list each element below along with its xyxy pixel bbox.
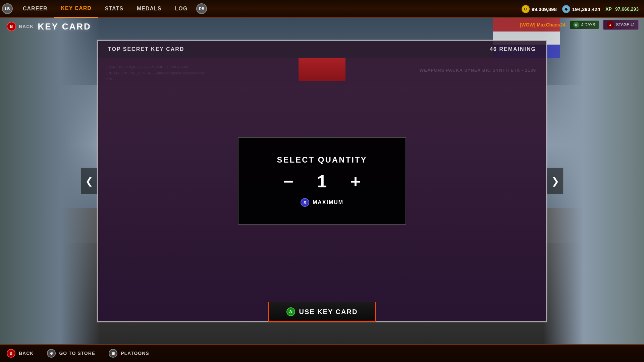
modal-title: SELECT QUANTITY — [277, 155, 367, 165]
go-to-store-label: GO TO STORE — [59, 351, 95, 356]
back-label: BACK — [19, 24, 34, 29]
card-peek — [299, 58, 345, 81]
nav-item-keycard[interactable]: KEY CARD — [54, 0, 98, 18]
xp-value: 97,660,293 — [615, 6, 639, 12]
coin-value: 99,009,898 — [532, 6, 557, 12]
user-info-bar: [WGW] MaxChaos24 ⚙ 4 DAYS ▲ STAGE 41 — [520, 18, 644, 32]
minus-button[interactable]: − — [278, 171, 299, 191]
use-keycard-label: USE KEY CARD — [299, 308, 358, 316]
days-label: 4 DAYS — [581, 22, 595, 27]
platoons-label: PLATOONS — [121, 351, 149, 356]
currency-display: ⊙ 99,009,898 ◈ 194,393,424 XP 97,660,293 — [522, 0, 644, 18]
nav-items: CAREER KEY CARD STATS MEDALS LOG — [16, 0, 194, 18]
prev-card-arrow[interactable]: ❮ — [80, 168, 97, 194]
nav-item-career[interactable]: CAREER — [16, 0, 54, 18]
next-card-arrow[interactable]: ❯ — [547, 168, 564, 194]
go-to-store-button[interactable]: ⊙ GO TO STORE — [47, 349, 95, 358]
bottom-store-icon: ⊙ — [47, 349, 56, 358]
bottom-platoon-icon: ⊞ — [109, 349, 117, 358]
nav-item-medals[interactable]: MEDALS — [130, 0, 168, 18]
username: [WGW] MaxChaos24 — [520, 22, 566, 27]
nav-item-stats[interactable]: STATS — [98, 0, 130, 18]
card-panel: TOP SECRET KEY CARD 46 REMAINING COGNITI… — [97, 40, 547, 322]
stage-label: STAGE 41 — [616, 22, 635, 27]
days-badge: ⚙ 4 DAYS — [570, 20, 599, 29]
left-arrow-icon: ❮ — [85, 176, 93, 187]
lb-button[interactable]: LB — [2, 3, 13, 14]
nav-item-log[interactable]: LOG — [168, 0, 194, 18]
use-keycard-button[interactable]: A USE KEY CARD — [268, 302, 376, 322]
maximum-label: MAXIMUM — [313, 199, 343, 205]
stage-icon: ▲ — [607, 21, 614, 28]
gem-value: 194,393,424 — [572, 6, 600, 12]
card-remaining: 46 REMAINING — [490, 46, 536, 52]
gem-icon: ◈ — [562, 5, 570, 13]
quantity-modal: SELECT QUANTITY − 1 + X MAXIMUM — [238, 137, 406, 225]
xp-label: XP — [605, 6, 612, 12]
right-arrow-icon: ❯ — [551, 176, 559, 187]
b-button-icon: B — [7, 22, 16, 31]
gem-currency: ◈ 194,393,424 — [562, 5, 600, 13]
quantity-controls: − 1 + — [278, 171, 366, 191]
plus-button[interactable]: + — [345, 171, 366, 191]
page-header: B BACK KEY CARD — [0, 18, 91, 35]
card-bg-text: COGNITIVE PNQE - QFF - POPOP LT COGNITIV… — [105, 64, 205, 82]
stage-badge: ▲ STAGE 41 — [603, 20, 639, 30]
xp-currency: XP 97,660,293 — [605, 6, 639, 12]
bottom-bar: B BACK ⊙ GO TO STORE ⊞ PLATOONS — [0, 344, 644, 362]
card-title: TOP SECRET KEY CARD — [108, 46, 184, 52]
a-button-icon: A — [286, 307, 295, 316]
card-header-info: TOP SECRET KEY CARD 46 REMAINING — [98, 46, 546, 52]
days-icon: ⚙ — [573, 22, 579, 28]
maximum-button[interactable]: X MAXIMUM — [301, 198, 343, 207]
coin-currency: ⊙ 99,009,898 — [522, 5, 557, 13]
page-title: KEY CARD — [38, 21, 91, 32]
quantity-value: 1 — [312, 171, 332, 191]
bottom-b-icon: B — [7, 349, 15, 358]
x-button-icon: X — [301, 198, 309, 207]
rb-button[interactable]: RB — [196, 3, 207, 14]
back-button-header[interactable]: B BACK — [7, 22, 34, 31]
coin-icon: ⊙ — [522, 5, 530, 13]
platoons-button[interactable]: ⊞ PLATOONS — [109, 349, 149, 358]
weapons-pack-text: WEAPONS PACKA SYNEX BiO SYNTH ETX - 1139 — [420, 68, 536, 73]
bottom-back-label: BACK — [19, 351, 34, 356]
bottom-back-button[interactable]: B BACK — [7, 349, 34, 358]
